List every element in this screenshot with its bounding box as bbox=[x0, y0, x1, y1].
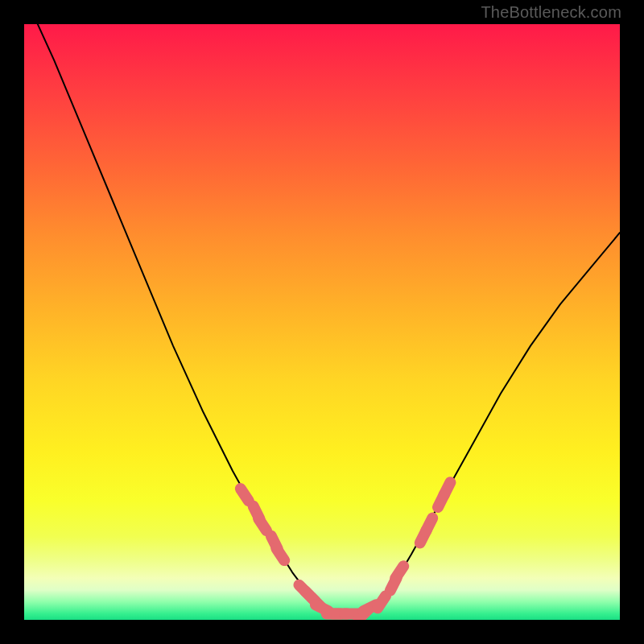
chart-frame: TheBottleneck.com bbox=[0, 0, 644, 644]
watermark-text: TheBottleneck.com bbox=[481, 3, 621, 22]
gradient-background bbox=[24, 24, 620, 620]
